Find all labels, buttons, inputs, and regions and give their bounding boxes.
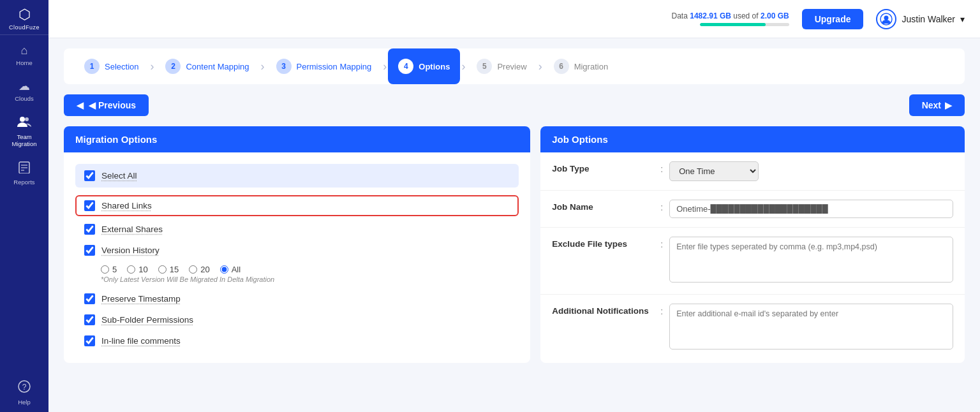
job-type-control: One Time Scheduled Delta: [669, 161, 953, 181]
job-name-input[interactable]: [669, 200, 953, 218]
storage-bar-fill: [700, 23, 766, 26]
preserve-timestamp-row: Preserve Timestamp: [75, 288, 519, 309]
external-shares-label: External Shares: [101, 224, 163, 234]
step-4-number: 4: [398, 59, 413, 74]
svg-point-1: [25, 117, 29, 121]
additional-notifications-label: Additional Notifications: [552, 304, 654, 316]
user-name: Justin Walker: [902, 14, 955, 24]
version-history-row: Version History: [75, 240, 519, 261]
logo-icon: ⬡: [19, 6, 31, 23]
sub-folder-permissions-checkbox[interactable]: [84, 314, 95, 325]
version-15-radio[interactable]: [158, 265, 167, 274]
version-10-radio[interactable]: [127, 265, 135, 274]
step-3-label: Permission Mapping: [297, 62, 372, 71]
job-name-row: Job Name :: [540, 191, 965, 228]
step-6-label: Migration: [574, 62, 608, 71]
additional-notifications-colon: :: [660, 304, 663, 316]
storage-used-of: used of: [733, 11, 758, 20]
exclude-file-types-colon: :: [660, 237, 663, 249]
team-migration-icon: [17, 115, 31, 131]
next-button[interactable]: Next ▶: [909, 94, 965, 116]
step-5-number: 5: [477, 59, 492, 74]
sidebar-item-home-label: Home: [16, 59, 32, 66]
logo-text: CloudFuze: [9, 24, 40, 31]
reports-icon: [18, 161, 31, 177]
inline-file-comments-label: In-line file comments: [101, 336, 181, 346]
step-1-label: Selection: [105, 62, 138, 71]
previous-button[interactable]: ◀ ◀ Previous: [64, 94, 149, 116]
storage-text: Data 1482.91 GB used of 2.00 GB: [672, 11, 789, 20]
help-icon: ?: [17, 379, 31, 397]
preserve-timestamp-label: Preserve Timestamp: [101, 294, 181, 304]
step-arrow-5: ›: [538, 60, 542, 73]
step-options[interactable]: 4 Options: [388, 48, 460, 84]
step-6-number: 6: [554, 59, 569, 74]
version-history-checkbox[interactable]: [84, 245, 95, 256]
select-all-checkbox[interactable]: [84, 170, 95, 181]
sidebar-item-help-label: Help: [18, 399, 31, 406]
sidebar: ⬡ CloudFuze ⌂ Home ☁ Clouds TeamMigratio…: [0, 0, 48, 412]
sidebar-item-reports-label: Reports: [13, 179, 34, 186]
version-radio-all[interactable]: All: [220, 265, 241, 274]
sidebar-item-home[interactable]: ⌂ Home: [0, 38, 48, 73]
version-radio-10[interactable]: 10: [127, 265, 147, 274]
prev-label: ◀ Previous: [89, 100, 136, 110]
exclude-file-types-label: Exclude File types: [552, 237, 654, 249]
sidebar-item-help[interactable]: ? Help: [0, 373, 48, 412]
user-info[interactable]: Justin Walker ▾: [876, 9, 965, 29]
version-history-label: Version History: [101, 246, 160, 255]
exclude-file-types-row: Exclude File types :: [540, 228, 965, 295]
version-radio-15[interactable]: 15: [158, 265, 179, 274]
svg-point-0: [20, 117, 25, 122]
nav-buttons: ◀ ◀ Previous Next ▶: [64, 94, 965, 116]
step-arrow-2: ›: [261, 60, 265, 73]
step-arrow-1: ›: [150, 60, 154, 73]
step-migration[interactable]: 6 Migration: [544, 48, 618, 84]
next-icon: ▶: [945, 100, 952, 110]
additional-notifications-control: [669, 304, 953, 352]
sidebar-logo: ⬡ CloudFuze: [0, 0, 48, 35]
version-radio-20[interactable]: 20: [189, 265, 209, 274]
step-permission-mapping[interactable]: 3 Permission Mapping: [266, 48, 382, 84]
stepper: 1 Selection › 2 Content Mapping › 3 Perm…: [64, 48, 965, 84]
job-type-colon: :: [660, 161, 663, 174]
step-content-mapping[interactable]: 2 Content Mapping: [155, 48, 259, 84]
select-all-label: Select All: [101, 171, 137, 180]
exclude-file-types-textarea[interactable]: [669, 237, 953, 283]
sidebar-item-reports[interactable]: Reports: [0, 154, 48, 192]
topbar: Data 1482.91 GB used of 2.00 GB Upgrade …: [48, 0, 980, 38]
version-5-radio[interactable]: [101, 265, 109, 274]
step-2-label: Content Mapping: [186, 62, 249, 71]
job-type-select[interactable]: One Time Scheduled Delta: [669, 161, 759, 181]
inline-file-comments-checkbox[interactable]: [84, 335, 95, 346]
step-selection[interactable]: 1 Selection: [74, 48, 149, 84]
sidebar-item-clouds[interactable]: ☁ Clouds: [0, 73, 48, 108]
step-5-label: Preview: [497, 62, 526, 71]
version-all-radio[interactable]: [220, 265, 228, 274]
version-radio-5[interactable]: 5: [101, 265, 117, 274]
storage-total: 2.00 GB: [761, 11, 789, 20]
additional-notifications-textarea[interactable]: [669, 304, 953, 349]
panels: Migration Options Select All Shared Link…: [64, 126, 965, 363]
sub-folder-permissions-label: Sub-Folder Permissions: [101, 315, 193, 325]
upgrade-button[interactable]: Upgrade: [802, 9, 864, 29]
sidebar-item-team-migration-label: TeamMigration: [11, 133, 36, 148]
version-20-radio[interactable]: [189, 265, 197, 274]
main-content: Data 1482.91 GB used of 2.00 GB Upgrade …: [48, 0, 980, 412]
external-shares-checkbox[interactable]: [84, 224, 95, 235]
step-4-label: Options: [419, 62, 450, 71]
shared-links-checkbox[interactable]: [84, 200, 95, 211]
next-label: Next: [922, 100, 941, 110]
user-dropdown-icon: ▾: [960, 14, 965, 24]
preserve-timestamp-checkbox[interactable]: [84, 293, 95, 304]
sidebar-item-team-migration[interactable]: TeamMigration: [0, 109, 48, 154]
step-arrow-4: ›: [461, 60, 465, 73]
step-preview[interactable]: 5 Preview: [466, 48, 537, 84]
step-2-number: 2: [165, 59, 181, 74]
clouds-icon: ☁: [19, 79, 30, 93]
shared-links-label: Shared Links: [101, 201, 152, 210]
external-shares-row: External Shares: [75, 219, 519, 240]
step-1-number: 1: [84, 59, 100, 74]
select-all-row: Select All: [75, 164, 519, 188]
step-arrow-3: ›: [383, 60, 387, 73]
